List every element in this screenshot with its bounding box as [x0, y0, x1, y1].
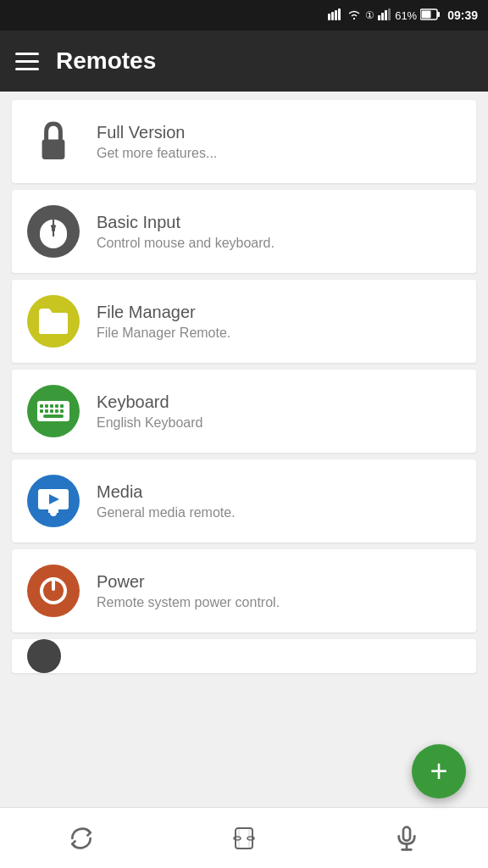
svg-rect-24 — [40, 409, 43, 413]
list-item-keyboard[interactable]: Keyboard English Keyboard — [12, 370, 476, 453]
list-item-full-version[interactable]: Full Version Get more features... — [12, 100, 476, 183]
svg-rect-27 — [55, 409, 58, 413]
partial-icon — [27, 639, 61, 673]
svg-rect-22 — [55, 404, 58, 408]
svg-rect-20 — [45, 404, 48, 408]
svg-rect-21 — [50, 404, 53, 408]
list-item-basic-input[interactable]: Basic Input Control mouse and keyboard. — [12, 190, 476, 273]
signal-icon — [328, 8, 343, 23]
svg-rect-25 — [45, 409, 48, 413]
device-button[interactable] — [163, 808, 325, 868]
power-title: Power — [97, 572, 280, 592]
lock-icon — [27, 115, 80, 168]
svg-rect-2 — [335, 10, 337, 20]
svg-rect-9 — [437, 12, 440, 17]
svg-rect-3 — [338, 8, 341, 20]
add-remote-button[interactable]: + — [412, 744, 466, 798]
svg-rect-0 — [328, 14, 330, 20]
svg-rect-11 — [42, 139, 65, 159]
refresh-button[interactable] — [0, 808, 163, 868]
file-manager-text: File Manager File Manager Remote. — [97, 303, 230, 341]
svg-rect-6 — [385, 10, 387, 20]
list-item-file-manager[interactable]: File Manager File Manager Remote. — [12, 280, 476, 363]
svg-rect-23 — [60, 404, 64, 408]
svg-rect-29 — [43, 415, 64, 418]
keyboard-text: Keyboard English Keyboard — [97, 392, 202, 431]
svg-rect-28 — [60, 409, 64, 413]
svg-rect-39 — [403, 826, 410, 840]
media-icon — [27, 475, 80, 527]
power-text: Power Remote system power control. — [97, 572, 280, 610]
remotes-list: Full Version Get more features... Basic … — [0, 92, 488, 682]
refresh-icon — [68, 825, 95, 852]
svg-rect-10 — [422, 10, 431, 18]
bottom-navigation — [0, 807, 488, 868]
svg-rect-19 — [40, 404, 43, 408]
list-item-power[interactable]: Power Remote system power control. — [12, 549, 476, 632]
list-item-partial[interactable] — [12, 639, 476, 673]
file-manager-subtitle: File Manager Remote. — [97, 326, 230, 341]
file-manager-title: File Manager — [97, 303, 230, 322]
full-version-subtitle: Get more features... — [97, 146, 217, 161]
keyboard-subtitle: English Keyboard — [97, 415, 202, 431]
wifi-icon — [347, 8, 362, 23]
microphone-icon — [393, 825, 420, 852]
svg-rect-16 — [55, 225, 64, 236]
plus-icon: + — [430, 756, 447, 787]
keyboard-title: Keyboard — [97, 392, 202, 412]
svg-rect-5 — [381, 13, 384, 20]
basic-input-subtitle: Control mouse and keyboard. — [97, 236, 274, 251]
svg-rect-26 — [50, 409, 53, 413]
basic-input-title: Basic Input — [97, 213, 274, 232]
signal2-icon — [378, 8, 391, 23]
keyboard-icon — [27, 385, 80, 437]
mouse-icon — [27, 205, 80, 258]
microphone-button[interactable] — [325, 808, 488, 868]
device-icon — [230, 825, 258, 852]
menu-button[interactable] — [15, 53, 39, 70]
time: 09:39 — [447, 8, 478, 22]
full-version-text: Full Version Get more features... — [97, 123, 217, 161]
media-text: Media General media remote. — [97, 482, 236, 520]
power-icon — [27, 565, 80, 617]
full-version-title: Full Version — [97, 123, 217, 142]
power-subtitle: Remote system power control. — [97, 595, 280, 610]
media-subtitle: General media remote. — [97, 505, 236, 520]
svg-rect-1 — [331, 12, 334, 20]
battery-icon — [420, 8, 441, 23]
sim-icon: ① — [365, 9, 374, 21]
list-item-media[interactable]: Media General media remote. — [12, 459, 476, 542]
page-title: Remotes — [56, 47, 156, 75]
battery-percent: 61% — [395, 9, 417, 22]
svg-rect-36 — [236, 828, 252, 849]
status-bar: ① 61% 09:39 — [0, 0, 488, 31]
toolbar: Remotes — [0, 31, 488, 92]
svg-rect-4 — [378, 15, 380, 20]
folder-icon — [27, 295, 80, 348]
basic-input-text: Basic Input Control mouse and keyboard. — [97, 213, 274, 251]
svg-rect-33 — [48, 509, 58, 513]
svg-rect-15 — [43, 225, 52, 236]
svg-rect-7 — [388, 8, 391, 20]
media-title: Media — [97, 482, 236, 502]
